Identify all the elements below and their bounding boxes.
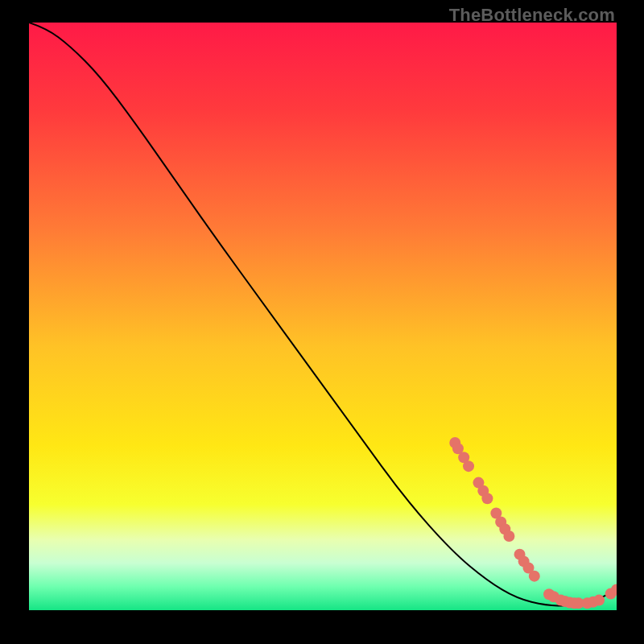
chart-stage: TheBottleneck.com: [0, 0, 644, 644]
marker-dot: [503, 530, 514, 542]
marker-dot: [593, 595, 605, 606]
marker-dot: [529, 571, 540, 582]
marker-dot: [463, 460, 474, 472]
marker-dot: [481, 493, 493, 504]
bottleneck-chart: [29, 23, 617, 610]
gradient-background: [29, 23, 617, 610]
